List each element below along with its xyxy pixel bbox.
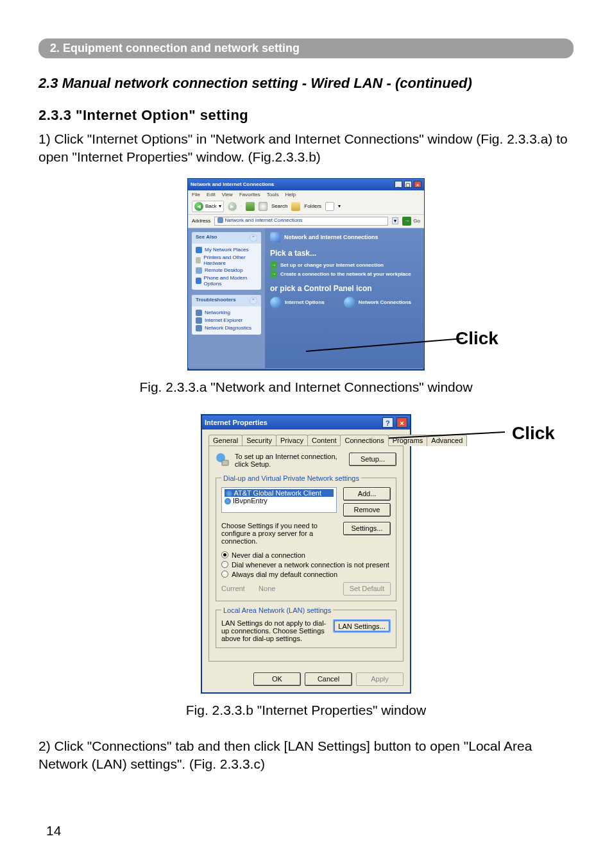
cp-network-connections[interactable]: Network Connections xyxy=(344,297,411,308)
tab-content[interactable]: Content xyxy=(307,435,341,446)
go-button[interactable]: → Go xyxy=(402,217,420,226)
back-icon: ◄ xyxy=(194,202,203,211)
current-default-row: Current None Set Default xyxy=(221,582,391,596)
remove-button[interactable]: Remove xyxy=(343,503,391,517)
list-item-label: IBvpnEntry xyxy=(233,497,268,505)
search-icon[interactable] xyxy=(259,202,268,211)
lan-text: LAN Settings do not apply to dial-up con… xyxy=(221,619,327,642)
back-button[interactable]: ◄ Back ▾ xyxy=(192,201,224,212)
menu-edit[interactable]: Edit xyxy=(207,192,216,197)
views-dropdown-icon: ▾ xyxy=(338,203,341,209)
sidebar-item-phone[interactable]: Phone and Modem Options xyxy=(196,274,257,287)
monitor-icon xyxy=(196,267,202,274)
collapse-icon: ⌃ xyxy=(250,234,257,242)
cancel-button[interactable]: Cancel xyxy=(305,672,352,686)
sidebar-item-printers[interactable]: Printers and Other Hardware xyxy=(196,254,257,267)
radio-label: Dial whenever a network connection is no… xyxy=(232,561,389,569)
connection-icon xyxy=(225,498,231,505)
figure-b-wrap: Internet Properties ? × General Security… xyxy=(38,414,574,694)
sidebar-item-label: My Network Places xyxy=(205,247,248,253)
apply-button: Apply xyxy=(356,672,404,686)
help-icon[interactable]: ? xyxy=(382,417,393,428)
sidebar-item-remote[interactable]: Remote Desktop xyxy=(196,267,257,274)
ok-button[interactable]: OK xyxy=(253,672,301,686)
see-also-header[interactable]: See Also ⌃ xyxy=(192,232,261,244)
settings-text: Choose Settings if you need to configure… xyxy=(221,522,338,545)
address-dropdown-icon[interactable]: ▾ xyxy=(392,217,398,224)
close-icon[interactable]: × xyxy=(414,181,421,188)
tab-connections[interactable]: Connections xyxy=(340,435,388,446)
cp-label: Network Connections xyxy=(359,299,411,305)
radio-icon xyxy=(221,571,228,578)
menu-tools[interactable]: Tools xyxy=(267,192,279,197)
figA-menubar: File Edit View Favorites Tools Help xyxy=(188,190,424,199)
task-label: Create a connection to the network at yo… xyxy=(280,271,411,277)
listbox-buttons: Add... Remove xyxy=(343,487,391,517)
radio-dial-whenever[interactable]: Dial whenever a network connection is no… xyxy=(221,561,391,569)
sidebar-item-label: Network Diagnostics xyxy=(205,325,251,331)
tab-security[interactable]: Security xyxy=(242,435,276,446)
section-title: 2.3 Manual network connection setting - … xyxy=(38,75,574,92)
figure-a-wrap: Network and Internet Connections _ ▢ × F… xyxy=(38,178,574,371)
see-also-items: My Network Places Printers and Other Har… xyxy=(192,244,261,290)
menu-favorites[interactable]: Favorites xyxy=(239,192,260,197)
setup-button[interactable]: Setup... xyxy=(349,453,396,466)
folders-label: Folders xyxy=(304,203,321,209)
close-icon[interactable]: × xyxy=(396,417,407,428)
figA-window-controls: _ ▢ × xyxy=(394,181,421,188)
radio-label: Always dial my default connection xyxy=(232,571,337,578)
tab-privacy[interactable]: Privacy xyxy=(276,435,308,446)
figB-tabpanel: To set up an Internet connection, click … xyxy=(208,446,404,662)
chapter-bar: 2. Equipment connection and network sett… xyxy=(38,38,574,58)
category-icon xyxy=(270,232,280,242)
go-icon: → xyxy=(402,217,411,226)
task-workplace[interactable]: → Create a connection to the network at … xyxy=(270,271,419,278)
radio-never-dial[interactable]: Never dial a connection xyxy=(221,551,391,559)
figA-content: See Also ⌃ My Network Places Printers an… xyxy=(188,228,424,368)
address-field-icon xyxy=(217,217,223,223)
dialup-legend: Dial-up and Virtual Private Network sett… xyxy=(221,474,361,482)
maximize-icon[interactable]: ▢ xyxy=(404,181,412,188)
menu-view[interactable]: View xyxy=(222,192,233,197)
current-label: Current None xyxy=(221,585,275,592)
task-setup-internet[interactable]: → Set up or change your Internet connect… xyxy=(270,262,419,269)
see-also-box: See Also ⌃ My Network Places Printers an… xyxy=(192,232,261,290)
minimize-icon[interactable]: _ xyxy=(395,181,402,188)
go-label: Go xyxy=(413,218,420,224)
cp-internet-options[interactable]: Internet Options xyxy=(270,297,325,308)
sidebar-item-mynetwork[interactable]: My Network Places xyxy=(196,246,257,254)
sidebar-item-networking[interactable]: Networking xyxy=(196,309,257,317)
lan-settings-button[interactable]: LAN Settings... xyxy=(333,619,391,633)
sidebar-item-diag[interactable]: Network Diagnostics xyxy=(196,324,257,332)
menu-file[interactable]: File xyxy=(192,192,200,197)
figA-main: Network and Internet Connections Pick a … xyxy=(265,228,424,368)
or-pick-heading: or pick a Control Panel icon xyxy=(270,284,419,293)
sidebar-item-ie[interactable]: Internet Explorer xyxy=(196,317,257,324)
figB-tabs: General Security Privacy Content Connect… xyxy=(208,435,404,446)
tab-general[interactable]: General xyxy=(208,435,242,446)
arrow-icon: → xyxy=(270,262,277,269)
list-item-ibvpn[interactable]: IBvpnEntry xyxy=(225,497,334,505)
settings-button[interactable]: Settings... xyxy=(343,522,391,535)
figA-titlebar: Network and Internet Connections _ ▢ × xyxy=(188,179,424,190)
add-button[interactable]: Add... xyxy=(343,487,391,501)
connections-listbox[interactable]: AT&T Global Network Client IBvpnEntry xyxy=(221,487,337,513)
radio-icon xyxy=(221,551,228,558)
sidebar-item-label: Internet Explorer xyxy=(205,317,242,323)
toolbar-separator: · xyxy=(241,203,242,209)
connection-wizard-icon xyxy=(216,453,230,467)
folders-icon[interactable] xyxy=(291,202,300,211)
menu-help[interactable]: Help xyxy=(285,192,295,197)
tab-advanced[interactable]: Advanced xyxy=(427,435,467,446)
settings-row: Choose Settings if you need to configure… xyxy=(221,522,391,545)
figB-footer: OK Cancel Apply xyxy=(202,669,410,692)
address-field[interactable]: Network and Internet Connections xyxy=(214,217,388,226)
figA-title: Network and Internet Connections xyxy=(191,181,274,187)
forward-button[interactable]: ► xyxy=(228,202,237,211)
tab-programs[interactable]: Programs xyxy=(388,435,428,446)
radio-always-dial[interactable]: Always dial my default connection xyxy=(221,571,391,578)
up-icon[interactable] xyxy=(246,202,255,211)
list-item-att[interactable]: AT&T Global Network Client xyxy=(225,489,334,497)
views-icon[interactable] xyxy=(325,202,334,211)
troubleshooters-header[interactable]: Troubleshooters ⌃ xyxy=(192,295,261,306)
